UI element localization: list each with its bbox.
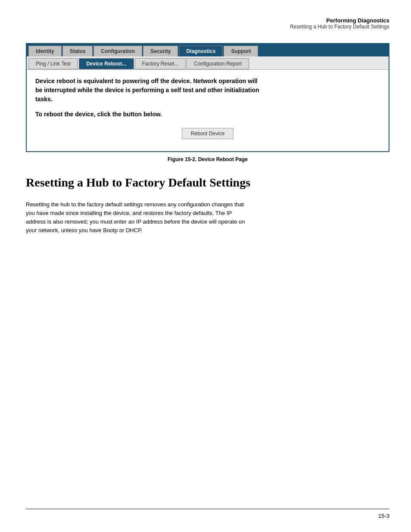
device-ui-screenshot: Identity Status Configuration Security D…	[26, 43, 389, 152]
tab-configuration[interactable]: Configuration	[93, 46, 142, 56]
subtab-configuration-report[interactable]: Configuration Report	[187, 58, 249, 69]
tab-status[interactable]: Status	[62, 46, 93, 56]
section-subtitle: Resetting a Hub to Factory Default Setti…	[290, 24, 389, 30]
subtab-device-reboot[interactable]: Device Reboot...	[79, 58, 134, 69]
section-heading: Resetting a Hub to Factory Default Setti…	[26, 175, 389, 190]
sub-nav-bar: Ping / Link Test Device Reboot... Factor…	[27, 56, 389, 70]
content-area: Identity Status Configuration Security D…	[26, 43, 389, 235]
tab-diagnostics[interactable]: Diagnostics	[179, 46, 223, 56]
reboot-instruction-text: To reboot the device, click the button b…	[35, 111, 380, 118]
tab-security[interactable]: Security	[143, 46, 178, 56]
reboot-button-container: Reboot Device	[35, 126, 380, 141]
subtab-ping-link-test[interactable]: Ping / Link Test	[28, 58, 78, 69]
tab-support[interactable]: Support	[224, 46, 258, 56]
device-reboot-description: Device reboot is equivalent to powering …	[35, 77, 380, 104]
page-footer: 15-3	[26, 509, 389, 519]
body-text: Resetting the hub to the factory default…	[26, 200, 250, 235]
reboot-device-button[interactable]: Reboot Device	[182, 128, 234, 139]
page-number: 15-3	[378, 513, 389, 519]
nav-tabs-bar: Identity Status Configuration Security D…	[27, 44, 389, 56]
figure-caption: Figure 15-2. Device Reboot Page	[26, 156, 389, 162]
subtab-factory-reset[interactable]: Factory Reset...	[135, 58, 186, 69]
page-header: Performing Diagnostics Resetting a Hub t…	[290, 17, 389, 30]
chapter-title: Performing Diagnostics	[290, 17, 389, 24]
device-body: Device reboot is equivalent to powering …	[27, 70, 389, 151]
tab-identity[interactable]: Identity	[28, 46, 62, 56]
